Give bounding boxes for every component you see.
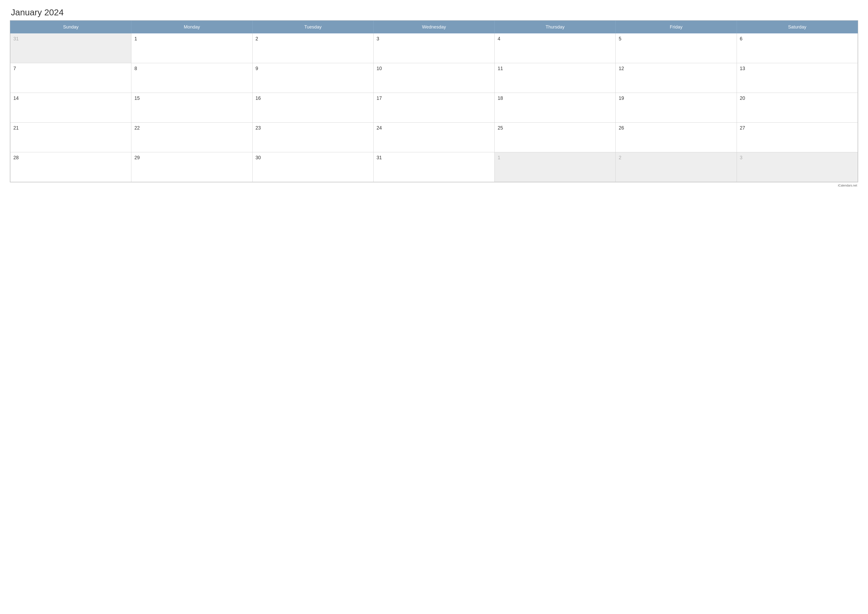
day-number: 29 [134, 155, 140, 160]
weekday-header-friday: Friday [615, 21, 736, 33]
day-number: 8 [134, 65, 137, 71]
day-number: 15 [134, 95, 140, 101]
calendar-week-row: 28293031123 [10, 152, 858, 182]
calendar-week-row: 14151617181920 [10, 93, 858, 123]
calendar-day-cell: 20 [736, 93, 858, 123]
day-number: 22 [134, 125, 140, 131]
calendar-day-cell: 19 [615, 93, 736, 123]
day-number: 1 [134, 36, 137, 41]
weekday-header-saturday: Saturday [736, 21, 858, 33]
calendar-day-cell: 21 [10, 123, 132, 152]
calendar-week-row: 78910111213 [10, 63, 858, 93]
calendar-day-cell: 29 [132, 152, 253, 182]
calendar-day-cell: 26 [615, 123, 736, 152]
weekday-header-wednesday: Wednesday [374, 21, 494, 33]
calendar-day-cell: 23 [253, 123, 374, 152]
day-number: 7 [13, 65, 16, 71]
calendar-day-cell: 6 [736, 33, 858, 63]
calendar-day-cell: 11 [494, 63, 615, 93]
day-number: 31 [13, 36, 19, 41]
day-number: 26 [618, 125, 624, 131]
calendar-day-cell: 31 [10, 33, 132, 63]
calendar-day-cell: 2 [615, 152, 736, 182]
calendar-table: SundayMondayTuesdayWednesdayThursdayFrid… [10, 20, 858, 182]
day-number: 3 [740, 155, 742, 160]
calendar-day-cell: 17 [374, 93, 494, 123]
calendar-week-row: 31123456 [10, 33, 858, 63]
calendar-day-cell: 4 [494, 33, 615, 63]
day-number: 31 [377, 155, 382, 160]
calendar-day-cell: 12 [615, 63, 736, 93]
page-title: January 2024 [10, 8, 858, 17]
calendar-day-cell: 31 [374, 152, 494, 182]
day-number: 5 [618, 36, 621, 41]
day-number: 9 [256, 65, 258, 71]
calendar-header: SundayMondayTuesdayWednesdayThursdayFrid… [10, 21, 858, 33]
calendar-day-cell: 22 [132, 123, 253, 152]
calendar-day-cell: 1 [494, 152, 615, 182]
day-number: 28 [13, 155, 19, 160]
weekday-header-tuesday: Tuesday [253, 21, 374, 33]
day-number: 24 [377, 125, 382, 131]
calendar-day-cell: 18 [494, 93, 615, 123]
calendar-day-cell: 13 [736, 63, 858, 93]
weekday-header-monday: Monday [132, 21, 253, 33]
day-number: 2 [618, 155, 621, 160]
day-number: 3 [377, 36, 379, 41]
day-number: 21 [13, 125, 19, 131]
calendar-day-cell: 30 [253, 152, 374, 182]
day-number: 18 [498, 95, 503, 101]
day-number: 19 [618, 95, 624, 101]
weekday-header-row: SundayMondayTuesdayWednesdayThursdayFrid… [10, 21, 858, 33]
weekday-header-sunday: Sunday [10, 21, 132, 33]
calendar-day-cell: 8 [132, 63, 253, 93]
day-number: 27 [740, 125, 745, 131]
calendar-day-cell: 3 [736, 152, 858, 182]
day-number: 1 [498, 155, 500, 160]
calendar-day-cell: 7 [10, 63, 132, 93]
calendar-day-cell: 1 [132, 33, 253, 63]
calendar-day-cell: 3 [374, 33, 494, 63]
day-number: 11 [498, 65, 503, 71]
calendar-day-cell: 24 [374, 123, 494, 152]
day-number: 20 [740, 95, 745, 101]
calendar-day-cell: 2 [253, 33, 374, 63]
day-number: 12 [618, 65, 624, 71]
calendar-day-cell: 10 [374, 63, 494, 93]
calendar-day-cell: 16 [253, 93, 374, 123]
day-number: 4 [498, 36, 500, 41]
day-number: 23 [256, 125, 261, 131]
day-number: 14 [13, 95, 19, 101]
calendar-day-cell: 27 [736, 123, 858, 152]
day-number: 30 [256, 155, 261, 160]
day-number: 2 [256, 36, 258, 41]
calendar-day-cell: 25 [494, 123, 615, 152]
calendar-week-row: 21222324252627 [10, 123, 858, 152]
calendar-day-cell: 14 [10, 93, 132, 123]
day-number: 10 [377, 65, 382, 71]
footer-attribution: iCalendars.net [10, 184, 858, 187]
calendar-container: SundayMondayTuesdayWednesdayThursdayFrid… [10, 20, 858, 182]
calendar-day-cell: 28 [10, 152, 132, 182]
calendar-day-cell: 15 [132, 93, 253, 123]
day-number: 13 [740, 65, 745, 71]
calendar-day-cell: 5 [615, 33, 736, 63]
day-number: 6 [740, 36, 742, 41]
day-number: 25 [498, 125, 503, 131]
calendar-day-cell: 9 [253, 63, 374, 93]
weekday-header-thursday: Thursday [494, 21, 615, 33]
day-number: 17 [377, 95, 382, 101]
calendar-body: 3112345678910111213141516171819202122232… [10, 33, 858, 182]
day-number: 16 [256, 95, 261, 101]
